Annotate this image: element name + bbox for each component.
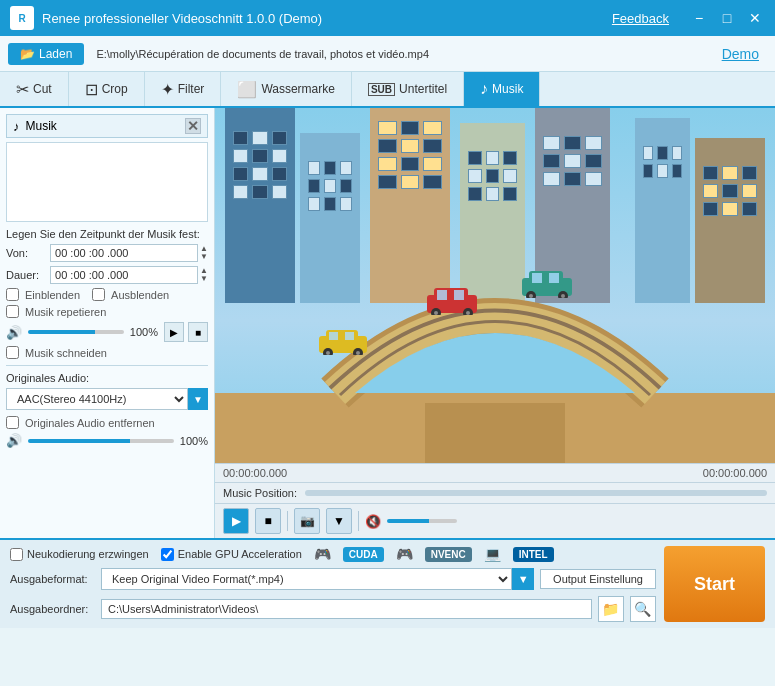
volume2-row: 🔊 100% [6,433,208,448]
video-timestamps: 00:00:00.000 00:00:00.000 [215,463,775,482]
file-path: E:\molly\Récupération de documents de tr… [88,48,717,60]
close-button[interactable]: ✕ [745,8,765,28]
time-section-label: Legen Sie den Zeitpunkt der Musik fest: [6,228,208,240]
demo-link[interactable]: Demo [722,46,759,62]
untertitel-icon: SUB [368,83,395,96]
app-title: Renee professioneller Videoschnitt 1.0.0… [42,11,612,26]
musik-list[interactable] [6,142,208,222]
svg-rect-12 [532,273,542,283]
timestamp-right: 00:00:00.000 [703,467,767,479]
load-icon: 📂 [20,47,35,61]
gpu-label: Enable GPU Acceleration [178,548,302,560]
ausblenden-checkbox[interactable] [92,288,105,301]
volume-row: 🔊 100% ▶ ■ [6,322,208,342]
stop-playback-button[interactable]: ■ [255,508,281,534]
musik-schneiden-label: Musik schneiden [25,347,107,359]
wassermarke-icon: ⬜ [237,80,257,99]
tab-filter[interactable]: ✦ Filter [145,72,222,106]
volume2-icon: 🔊 [6,433,22,448]
neukodierung-checkbox[interactable] [10,548,23,561]
gpu-checkbox[interactable] [161,548,174,561]
musik-close-button[interactable]: ✕ [185,118,201,134]
musik-note-icon: ♪ [13,119,20,134]
einblenden-row: Einblenden Ausblenden [6,288,208,301]
svg-point-25 [356,351,360,355]
start-button[interactable]: Start [664,546,765,622]
repetieren-row: Musik repetieren [6,305,208,318]
titlebar: R Renee professioneller Videoschnitt 1.0… [0,0,775,36]
playback-volume-slider[interactable] [387,519,457,523]
bottom-row: Neukodierung erzwingen Enable GPU Accele… [10,546,765,622]
tab-crop[interactable]: ⊡ Crop [69,72,145,106]
maximize-button[interactable]: □ [717,8,737,28]
tab-untertitel[interactable]: SUB Untertitel [352,72,464,106]
von-input[interactable] [50,244,198,262]
music-pos-label: Music Position: [223,487,297,499]
play-pause-button[interactable]: ▶ [223,508,249,534]
einblenden-checkbox[interactable] [6,288,19,301]
audio-format-select[interactable]: AAC(Stereo 44100Hz) [6,388,188,410]
play-button[interactable]: ▶ [164,322,184,342]
svg-point-24 [326,351,330,355]
cuda-badge: CUDA [343,547,384,562]
music-pos-bar[interactable] [305,490,767,496]
playback-volume-icon[interactable]: 🔇 [365,514,381,529]
musik-schneiden-checkbox[interactable] [6,346,19,359]
dauer-input[interactable] [50,266,198,284]
bottom-bar: Neukodierung erzwingen Enable GPU Accele… [0,538,775,628]
car-yellow [316,323,371,355]
folder-path-input[interactable] [101,599,592,619]
neukodierung-label: Neukodierung erzwingen [27,548,149,560]
feedback-link[interactable]: Feedback [612,11,669,26]
dauer-spinner[interactable]: ▲ ▼ [200,267,208,283]
musik-schneiden-row: Musik schneiden [6,346,208,359]
intel-icon: 💻 [484,546,501,562]
von-spinner[interactable]: ▲ ▼ [200,245,208,261]
ausgabeordner-row: Ausgabeordner: 📁 🔍 [10,596,656,622]
screenshot-button[interactable]: 📷 [294,508,320,534]
output-select-wrap: Keep Original Video Format(*.mp4) ▼ [101,568,534,590]
audio-entfernen-label: Originales Audio entfernen [25,417,155,429]
screenshot-down-button[interactable]: ▼ [326,508,352,534]
musik-header: ♪ Musik ✕ [6,114,208,138]
volume-slider[interactable] [28,330,124,334]
search-folder-button[interactable]: 🔍 [630,596,656,622]
audio-format-arrow[interactable]: ▼ [188,388,208,410]
checkbar: Neukodierung erzwingen Enable GPU Accele… [10,546,656,562]
stop-button[interactable]: ■ [188,322,208,342]
ausgabeformat-row: Ausgabeformat: Keep Original Video Forma… [10,568,656,590]
right-panel: 00:00:00.000 00:00:00.000 Music Position… [215,108,775,538]
dauer-label: Dauer: [6,269,50,281]
output-settings-button[interactable]: Output Einstellung [540,569,656,589]
separator2 [358,511,359,531]
main-area: ♪ Musik ✕ Legen Sie den Zeitpunkt der Mu… [0,108,775,538]
musik-icon: ♪ [480,80,488,98]
tab-wassermarke[interactable]: ⬜ Wassermarke [221,72,352,106]
car-red [422,280,482,315]
repetieren-checkbox[interactable] [6,305,19,318]
tab-cut[interactable]: ✂ Cut [0,72,69,106]
svg-rect-20 [329,332,338,340]
svg-point-8 [434,311,438,315]
von-label: Von: [6,247,50,259]
output-format-select[interactable]: Keep Original Video Format(*.mp4) [101,568,512,590]
audio-entfernen-checkbox[interactable] [6,416,19,429]
tab-musik[interactable]: ♪ Musik [464,72,540,106]
minimize-button[interactable]: − [689,8,709,28]
cut-icon: ✂ [16,80,29,99]
left-panel: ♪ Musik ✕ Legen Sie den Zeitpunkt der Mu… [0,108,215,538]
volume2-slider[interactable] [28,439,174,443]
von-row: Von: ▲ ▼ [6,244,208,262]
svg-point-16 [529,294,533,298]
video-area [215,108,775,463]
repetieren-label: Musik repetieren [25,306,106,318]
output-format-arrow[interactable]: ▼ [512,568,534,590]
browse-folder-button[interactable]: 📁 [598,596,624,622]
load-button[interactable]: 📂 Laden [8,43,84,65]
nav-tabs: ✂ Cut ⊡ Crop ✦ Filter ⬜ Wassermarke SUB … [0,72,775,108]
svg-rect-21 [345,332,354,340]
play-buttons: ▶ ■ [164,322,208,342]
dauer-down[interactable]: ▼ [200,275,208,283]
bottom-left: Neukodierung erzwingen Enable GPU Accele… [10,546,656,622]
von-down[interactable]: ▼ [200,253,208,261]
